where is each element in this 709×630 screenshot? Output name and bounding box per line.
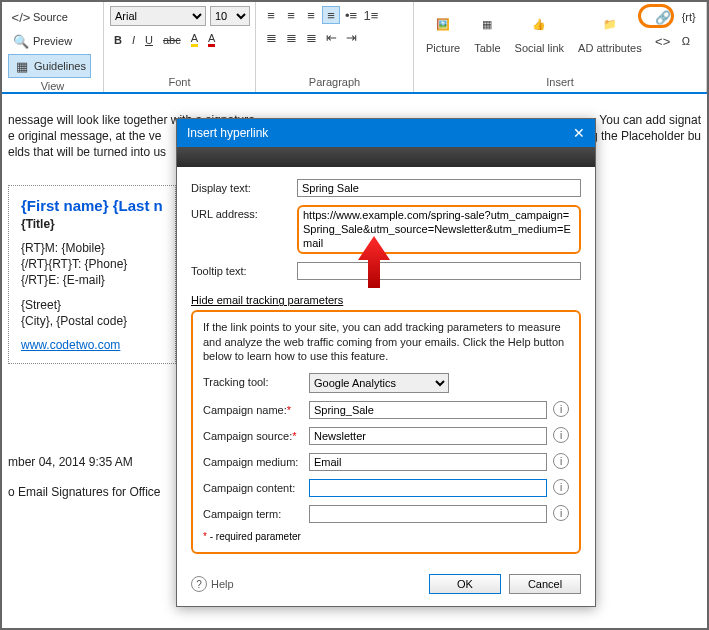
required-note: - required parameter [210,531,301,542]
symbol-button[interactable]: Ω [678,30,694,52]
bold-button[interactable]: B [110,30,126,49]
campaign-content-input[interactable] [309,479,547,497]
social-link-button[interactable]: 👍Social link [509,6,571,56]
ph-email: {/RT}E: {E-mail} [21,272,163,288]
numbering-button[interactable]: 1≡ [362,6,380,24]
doc-text: e original message, at the ve [8,128,161,144]
tooltip-label: Tooltip text: [191,262,291,277]
folder-icon: 📁 [603,8,617,40]
campaign-medium-label: Campaign medium: [203,453,303,468]
url-label: URL address: [191,205,291,220]
group-font-label: Font [110,74,249,90]
ph-city: {City}, {Postal code} [21,313,163,329]
underline-button[interactable]: U [141,30,157,49]
campaign-term-label: Campaign term: [203,505,303,520]
magnify-icon: 🔍 [12,32,30,50]
doc-text: You can add signat [599,112,701,128]
info-icon[interactable]: i [553,453,569,469]
omega-icon: Ω [682,35,690,47]
align-left-button[interactable]: ≡ [262,6,280,24]
tracking-panel: If the link points to your site, you can… [191,310,581,554]
tracking-tool-label: Tracking tool: [203,373,303,388]
ph-mobile: {RT}M: {Mobile} [21,240,163,256]
picture-icon: 🖼️ [436,8,450,40]
rt-button[interactable]: {rt} [678,6,700,28]
display-text-label: Display text: [191,179,291,194]
html-button[interactable]: <> [650,30,676,52]
dialog-subbar [177,147,595,167]
help-button[interactable]: ?Help [191,576,234,592]
insert-hyperlink-dialog: Insert hyperlink ✕ Display text: URL add… [176,118,596,607]
info-icon[interactable]: i [553,401,569,417]
info-icon[interactable]: i [553,427,569,443]
ad-attributes-button[interactable]: 📁AD attributes [572,6,648,56]
source-button[interactable]: </>Source [8,6,91,28]
link-codetwo[interactable]: www.codetwo.com [21,338,120,352]
hyperlink-button[interactable]: 🔗 [650,6,676,28]
tooltip-input[interactable] [297,262,581,280]
italic-button[interactable]: I [128,30,139,49]
tracking-help-text: If the link points to your site, you can… [203,320,569,363]
info-icon[interactable]: i [553,505,569,521]
dialog-titlebar: Insert hyperlink ✕ [177,119,595,147]
ph-name: {First name} {Last n [21,196,163,216]
doc-text: g the Placeholder bu [591,128,701,144]
code-icon: </> [12,8,30,26]
campaign-medium-input[interactable] [309,453,547,471]
display-text-input[interactable] [297,179,581,197]
group-insert-label: Insert [420,74,700,90]
tracking-tool-select[interactable]: Google Analytics [309,373,449,393]
info-icon[interactable]: i [553,479,569,495]
group-view-label: View [8,78,97,94]
campaign-content-label: Campaign content: [203,479,303,494]
highlight-button[interactable]: A [187,30,202,49]
strike-button[interactable]: abc [159,30,185,49]
campaign-source-input[interactable] [309,427,547,445]
help-icon: ? [191,576,207,592]
campaign-source-label: Campaign source: [203,430,292,442]
para-3-button[interactable]: ≣ [302,28,320,46]
align-center-button[interactable]: ≡ [282,6,300,24]
hide-tracking-link[interactable]: Hide email tracking parameters [191,294,343,306]
para-1-button[interactable]: ≣ [262,28,280,46]
align-right-button[interactable]: ≡ [302,6,320,24]
outdent-button[interactable]: ⇤ [322,28,340,46]
campaign-name-input[interactable] [309,401,547,419]
link-icon: 🔗 [654,8,672,26]
url-input[interactable]: https://www.example.com/spring-sale?utm_… [297,205,581,254]
font-family-select[interactable]: Arial [110,6,206,26]
table-icon: ▦ [482,8,492,40]
close-icon[interactable]: ✕ [573,125,585,141]
signature-block: {First name} {Last n {Title} {RT}M: {Mob… [8,185,176,365]
preview-button[interactable]: 🔍Preview [8,30,91,52]
ph-street: {Street} [21,297,163,313]
preview-label: Preview [33,35,72,47]
grid-icon: ▦ [13,57,31,75]
para-2-button[interactable]: ≣ [282,28,300,46]
guidelines-button[interactable]: ▦Guidelines [8,54,91,78]
font-size-select[interactable]: 10 [210,6,250,26]
table-button[interactable]: ▦Table [468,6,506,56]
campaign-name-label: Campaign name: [203,404,287,416]
align-justify-button[interactable]: ≡ [322,6,340,24]
campaign-term-input[interactable] [309,505,547,523]
thumbs-up-icon: 👍 [532,8,546,40]
picture-button[interactable]: 🖼️Picture [420,6,466,56]
source-label: Source [33,11,68,23]
indent-button[interactable]: ⇥ [342,28,360,46]
ok-button[interactable]: OK [429,574,501,594]
ph-title: {Title} [21,216,163,232]
dialog-title: Insert hyperlink [187,126,268,140]
group-paragraph-label: Paragraph [262,74,407,90]
ph-phone: {/RT}{RT}T: {Phone} [21,256,163,272]
font-color-button[interactable]: A [204,30,219,49]
cancel-button[interactable]: Cancel [509,574,581,594]
guidelines-label: Guidelines [34,60,86,72]
bullets-button[interactable]: •≡ [342,6,360,24]
code2-icon: <> [654,32,672,50]
ribbon: </>Source 🔍Preview ▦Guidelines View Aria… [2,2,707,94]
